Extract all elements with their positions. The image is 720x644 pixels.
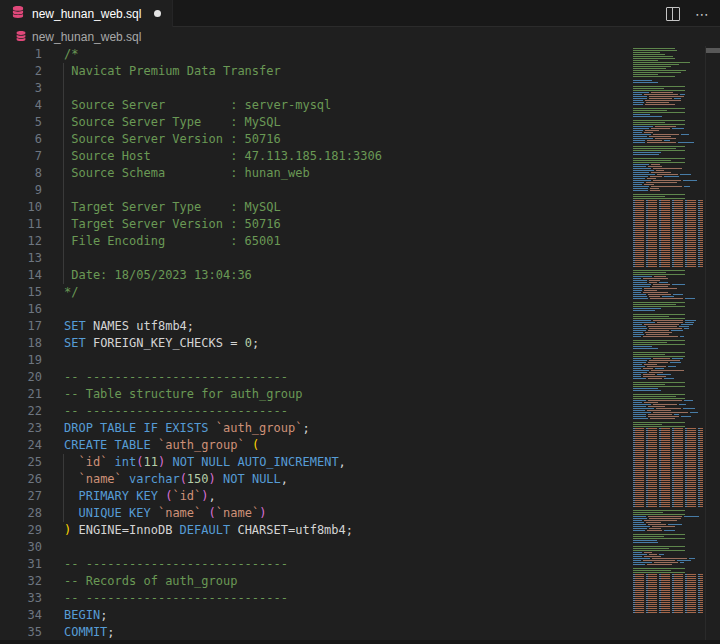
line-content: `name` varchar(150) NOT NULL, (42, 471, 288, 488)
minimap-row (630, 224, 706, 225)
code-line-20[interactable]: 20-- ---------------------------- (0, 369, 630, 386)
split-editor-icon[interactable] (666, 7, 680, 21)
code-line-6[interactable]: 6 Source Server Version : 50716 (0, 131, 630, 148)
minimap-row (630, 334, 706, 335)
minimap-row (630, 488, 706, 489)
code-line-8[interactable]: 8 Source Schema : hunan_web (0, 165, 630, 182)
code-line-22[interactable]: 22-- ---------------------------- (0, 403, 630, 420)
minimap-row (630, 308, 706, 309)
line-number[interactable]: 1 (0, 46, 42, 63)
line-content: -- ---------------------------- (42, 369, 288, 386)
code-line-31[interactable]: 31-- ---------------------------- (0, 556, 630, 573)
minimap-row (630, 604, 706, 605)
line-number[interactable]: 35 (0, 624, 42, 641)
line-number[interactable]: 15 (0, 284, 42, 301)
minimap-row (630, 366, 706, 367)
line-number[interactable]: 21 (0, 386, 42, 403)
minimap-row (630, 512, 706, 513)
tab-new-hunan-web-sql[interactable]: new_hunan_web.sql (0, 0, 173, 27)
minimap-row (630, 350, 706, 351)
code-editor[interactable]: 1/*2 Navicat Premium Data Transfer34 Sou… (0, 46, 630, 644)
line-number[interactable]: 13 (0, 250, 42, 267)
line-number[interactable]: 2 (0, 63, 42, 80)
code-line-7[interactable]: 7 Source Host : 47.113.185.181:3306 (0, 148, 630, 165)
code-line-4[interactable]: 4 Source Server : server-mysql (0, 97, 630, 114)
code-line-17[interactable]: 17SET NAMES utf8mb4; (0, 318, 630, 335)
code-line-23[interactable]: 23DROP TABLE IF EXISTS `auth_group`; (0, 420, 630, 437)
scrollbar-thumb[interactable] (706, 48, 720, 53)
line-number[interactable]: 18 (0, 335, 42, 352)
line-number[interactable]: 23 (0, 420, 42, 437)
code-line-26[interactable]: 26 `name` varchar(150) NOT NULL, (0, 471, 630, 488)
line-number[interactable]: 7 (0, 148, 42, 165)
minimap-row (630, 280, 706, 281)
line-number[interactable]: 28 (0, 505, 42, 522)
line-number[interactable]: 3 (0, 80, 42, 97)
line-number[interactable]: 32 (0, 573, 42, 590)
code-line-30[interactable]: 30 (0, 539, 630, 556)
line-number[interactable]: 22 (0, 403, 42, 420)
minimap-row (630, 204, 706, 205)
line-number[interactable]: 12 (0, 233, 42, 250)
code-line-14[interactable]: 14 Date: 18/05/2023 13:04:36 (0, 267, 630, 284)
code-line-11[interactable]: 11 Target Server Version : 50716 (0, 216, 630, 233)
minimap[interactable] (630, 46, 706, 640)
line-number[interactable]: 31 (0, 556, 42, 573)
line-number[interactable]: 16 (0, 301, 42, 318)
code-line-29[interactable]: 29) ENGINE=InnoDB DEFAULT CHARSET=utf8mb… (0, 522, 630, 539)
modified-dot-icon[interactable] (154, 10, 161, 17)
code-line-2[interactable]: 2 Navicat Premium Data Transfer (0, 63, 630, 80)
line-number[interactable]: 6 (0, 131, 42, 148)
minimap-row (630, 492, 706, 493)
code-line-18[interactable]: 18SET FOREIGN_KEY_CHECKS = 0; (0, 335, 630, 352)
line-number[interactable]: 29 (0, 522, 42, 539)
line-number[interactable]: 10 (0, 199, 42, 216)
code-line-15[interactable]: 15*/ (0, 284, 630, 301)
minimap-row (630, 200, 706, 201)
line-number[interactable]: 4 (0, 97, 42, 114)
minimap-row (630, 574, 706, 575)
line-number[interactable]: 11 (0, 216, 42, 233)
code-line-25[interactable]: 25 `id` int(11) NOT NULL AUTO_INCREMENT, (0, 454, 630, 471)
minimap-row (630, 278, 706, 279)
line-number[interactable]: 30 (0, 539, 42, 556)
line-number[interactable]: 5 (0, 114, 42, 131)
line-number[interactable]: 8 (0, 165, 42, 182)
minimap-row (630, 440, 706, 441)
more-actions-icon[interactable]: ⋯ (695, 9, 710, 19)
code-line-3[interactable]: 3 (0, 80, 630, 97)
vertical-scrollbar[interactable] (705, 46, 720, 644)
line-number[interactable]: 27 (0, 488, 42, 505)
breadcrumb-item-file[interactable]: new_hunan_web.sql (15, 28, 141, 46)
code-line-21[interactable]: 21-- Table structure for auth_group (0, 386, 630, 403)
code-line-12[interactable]: 12 File Encoding : 65001 (0, 233, 630, 250)
code-line-13[interactable]: 13 (0, 250, 630, 267)
code-line-19[interactable]: 19 (0, 352, 630, 369)
code-line-33[interactable]: 33-- ---------------------------- (0, 590, 630, 607)
code-line-28[interactable]: 28 UNIQUE KEY `name` (`name`) (0, 505, 630, 522)
minimap-row (630, 332, 706, 333)
line-number[interactable]: 17 (0, 318, 42, 335)
line-number[interactable]: 34 (0, 607, 42, 624)
line-number[interactable]: 14 (0, 267, 42, 284)
code-line-9[interactable]: 9 (0, 182, 630, 199)
code-line-10[interactable]: 10 Target Server Type : MySQL (0, 199, 630, 216)
line-number[interactable]: 26 (0, 471, 42, 488)
code-line-5[interactable]: 5 Source Server Type : MySQL (0, 114, 630, 131)
line-number[interactable]: 24 (0, 437, 42, 454)
code-line-32[interactable]: 32-- Records of auth_group (0, 573, 630, 590)
line-number[interactable]: 25 (0, 454, 42, 471)
code-line-1[interactable]: 1/* (0, 46, 630, 63)
line-number[interactable]: 33 (0, 590, 42, 607)
code-line-34[interactable]: 34BEGIN; (0, 607, 630, 624)
line-number[interactable]: 9 (0, 182, 42, 199)
code-line-35[interactable]: 35COMMIT; (0, 624, 630, 641)
line-number[interactable]: 19 (0, 352, 42, 369)
minimap-row (630, 544, 706, 545)
line-number[interactable]: 20 (0, 369, 42, 386)
minimap-row (630, 364, 706, 365)
code-line-24[interactable]: 24CREATE TABLE `auth_group` ( (0, 437, 630, 454)
minimap-row (630, 436, 706, 437)
code-line-27[interactable]: 27 PRIMARY KEY (`id`), (0, 488, 630, 505)
code-line-16[interactable]: 16 (0, 301, 630, 318)
